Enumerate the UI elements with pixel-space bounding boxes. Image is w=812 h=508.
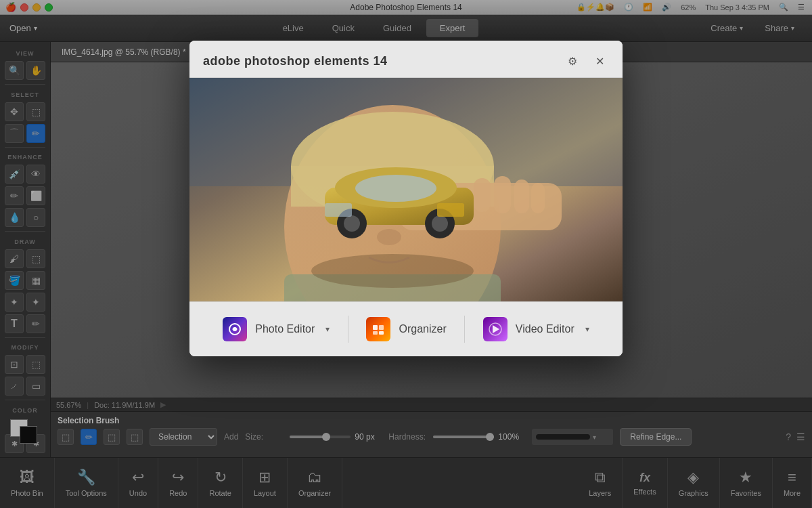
popup-header: adobe photoshop elements 14 ⚙ ✕ [189,41,623,78]
popup-settings-button[interactable]: ⚙ [563,51,582,70]
organizer-launcher[interactable]: Organizer [358,313,454,345]
svg-rect-30 [379,331,384,335]
photo-editor-launcher[interactable]: Photo Editor ▾ [215,313,338,345]
svg-point-24 [311,254,474,288]
popup-footer: Photo Editor ▾ Organizer [189,301,623,356]
photo-editor-label: Photo Editor [255,323,315,335]
video-editor-svg-icon [487,321,503,337]
svg-point-20 [432,215,448,232]
popup-title: adobe photoshop elements 14 [203,54,388,68]
popup-image-area [189,78,623,301]
video-editor-label: Video Editor [516,323,574,335]
svg-rect-29 [373,331,378,335]
svg-rect-10 [474,178,491,212]
welcome-popup: adobe photoshop elements 14 ⚙ ✕ [189,41,623,356]
svg-marker-31 [493,325,499,333]
video-editor-icon [483,317,508,341]
popup-title-bold: photoshop elements 14 [244,54,388,68]
popup-overlay: adobe photoshop elements 14 ⚙ ✕ [0,0,812,508]
svg-rect-11 [494,176,511,213]
svg-point-18 [344,215,360,232]
svg-rect-27 [373,325,378,330]
photo-editor-svg-icon [227,321,243,337]
svg-point-16 [355,175,436,202]
svg-rect-28 [379,325,384,330]
svg-rect-13 [531,183,545,213]
video-editor-launcher[interactable]: Video Editor ▾ [475,313,597,345]
svg-rect-22 [437,203,464,217]
svg-point-26 [233,327,237,331]
popup-controls: ⚙ ✕ [563,51,609,70]
photo-editor-icon [223,317,247,341]
video-editor-arrow-icon: ▾ [585,324,589,334]
svg-rect-21 [325,203,352,217]
organizer-app-icon [366,317,390,341]
photo-svg [189,78,623,301]
organizer-label: Organizer [399,323,446,335]
svg-point-8 [377,229,401,245]
photo-editor-arrow-icon: ▾ [325,324,330,334]
footer-divider-2 [464,316,465,343]
popup-close-button[interactable]: ✕ [590,51,609,70]
svg-rect-12 [514,179,529,213]
organizer-svg-icon [370,321,386,337]
footer-divider-1 [348,316,348,343]
popup-title-plain: adobe [203,54,244,68]
